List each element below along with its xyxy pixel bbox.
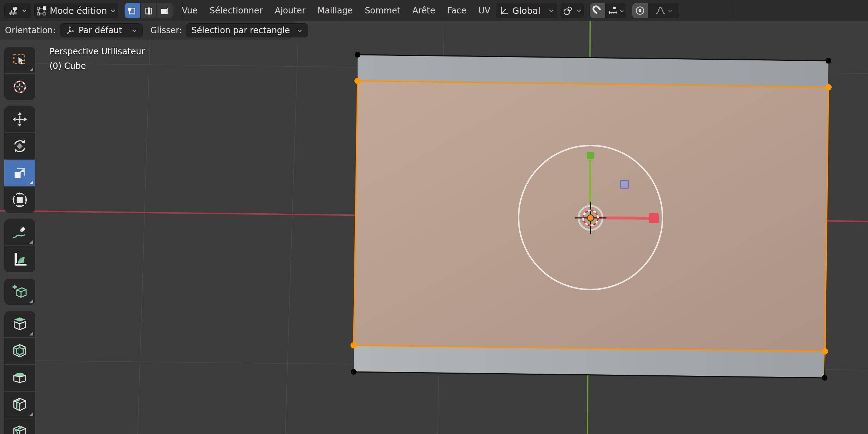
cube-vertex-unselected[interactable] — [826, 58, 831, 64]
chevron-down-icon — [668, 8, 673, 13]
chevron-down-icon — [110, 7, 116, 14]
submenu-indicator — [29, 412, 33, 416]
drag-label: Glisser: — [150, 25, 182, 35]
tool-loop-cut-button[interactable] — [4, 392, 35, 418]
gizmo-blue-handle[interactable] — [621, 180, 628, 188]
annotate-icon — [11, 224, 28, 241]
cube-vertex-unselected[interactable] — [822, 375, 827, 381]
select-mode-edge-button[interactable] — [141, 3, 156, 18]
transform-orientation-dropdown[interactable]: Global — [496, 3, 557, 18]
cube-vertex-selected[interactable] — [822, 348, 828, 355]
select-box-icon — [11, 52, 28, 69]
viewport-overlay-text: Perspective Utilisateur (0) Cube — [49, 47, 145, 71]
proportional-editing-icon — [635, 5, 645, 16]
tool-settings-bar: Orientation: Par défaut Glisser: Sélecti… — [0, 21, 294, 40]
select-mode-vertex-button[interactable] — [125, 3, 140, 18]
tool-annotate-button[interactable] — [4, 219, 35, 245]
header-menubar: Vue Sélectionner Ajouter Maillage Sommet… — [176, 0, 496, 21]
tool-inset-faces-button[interactable] — [4, 338, 35, 364]
select-mode-group — [125, 3, 173, 18]
tool-scale-button[interactable] — [4, 160, 35, 186]
transform-axes-icon — [65, 25, 75, 35]
submenu-indicator — [29, 180, 33, 184]
bevel-icon — [11, 369, 28, 386]
3d-viewport-editor-icon — [8, 5, 19, 16]
tool-add-cube-button[interactable] — [4, 279, 35, 305]
header-separator — [734, 2, 734, 19]
mode-dropdown-label: Mode édition — [50, 6, 107, 16]
snap-increment-icon — [608, 6, 618, 16]
menu-uv[interactable]: UV — [472, 0, 496, 21]
drag-orientation-dropdown[interactable]: Par défaut — [60, 23, 143, 37]
drag-action-value: Sélection par rectangle — [191, 25, 290, 35]
menu-vue[interactable]: Vue — [176, 0, 204, 21]
extrude-region-icon — [11, 316, 28, 333]
loop-cut-icon — [11, 396, 28, 413]
snap-toggle-button[interactable] — [589, 3, 606, 18]
menu-arete[interactable]: Arête — [406, 0, 441, 21]
proportional-editing-toggle[interactable] — [632, 3, 648, 18]
submenu-indicator — [29, 240, 33, 244]
origin-point[interactable] — [587, 215, 594, 221]
header-separator — [587, 2, 587, 19]
drag-action-dropdown[interactable]: Sélection par rectangle — [186, 23, 308, 37]
cube-side-edge — [825, 351, 825, 378]
menu-ajouter[interactable]: Ajouter — [269, 0, 311, 21]
submenu-indicator — [29, 332, 33, 335]
cube-vertex-selected[interactable] — [351, 342, 357, 349]
tool-extrude-region-button[interactable] — [4, 311, 35, 337]
tool-measure-button[interactable] — [4, 246, 35, 272]
chevron-down-icon — [548, 7, 555, 14]
mode-dropdown[interactable]: Mode édition — [34, 3, 118, 18]
chevron-down-icon — [297, 28, 303, 34]
gizmo-green-handle[interactable] — [587, 152, 594, 159]
knife-icon — [11, 423, 28, 434]
cube-vertex-unselected[interactable] — [351, 369, 357, 375]
magnet-icon — [592, 5, 603, 16]
pivot-point-dropdown[interactable] — [561, 3, 584, 18]
transform-icon — [11, 191, 28, 208]
cube-vertex-unselected[interactable] — [355, 52, 360, 58]
view-name-label: Perspective Utilisateur — [49, 47, 145, 57]
submenu-indicator — [29, 67, 33, 71]
tool-knife-button[interactable] — [4, 418, 35, 434]
3d-cursor-icon — [11, 78, 28, 95]
proportional-falloff-dropdown[interactable] — [648, 3, 679, 18]
tool-bevel-button[interactable] — [4, 365, 35, 391]
move-icon — [11, 111, 28, 128]
edit-mode-icon — [36, 5, 47, 16]
scale-icon — [11, 165, 28, 182]
chevron-down-icon — [22, 8, 27, 13]
chevron-down-icon — [619, 8, 624, 13]
edge-select-icon — [143, 5, 154, 16]
tool-3d-cursor-button[interactable] — [4, 74, 35, 100]
tool-select-box-button[interactable] — [4, 47, 35, 73]
submenu-indicator — [29, 299, 33, 303]
chevron-down-icon — [576, 8, 582, 13]
tool-move-button[interactable] — [4, 106, 35, 132]
viewport-header: Mode édition Vue Sélectionner — [0, 0, 868, 21]
orientation-label: Orientation: — [5, 25, 56, 35]
snap-with-dropdown[interactable] — [606, 3, 626, 18]
chevron-down-icon — [131, 28, 137, 34]
menu-sommet[interactable]: Sommet — [359, 0, 406, 21]
editor-type-dropdown[interactable] — [4, 3, 31, 18]
drag-orientation-value: Par défaut — [79, 25, 122, 35]
transform-orientation-label: Global — [512, 6, 540, 16]
vertex-select-icon — [127, 5, 138, 16]
pivot-point-icon — [563, 5, 573, 16]
cube-vertex-selected[interactable] — [825, 84, 832, 90]
tool-transform-button[interactable] — [4, 187, 35, 213]
rotate-icon — [11, 138, 28, 155]
active-object-label: (0) Cube — [49, 61, 145, 71]
inset-faces-icon — [11, 343, 28, 359]
smooth-falloff-icon — [655, 5, 666, 16]
select-mode-face-button[interactable] — [157, 3, 173, 18]
menu-selectionner[interactable]: Sélectionner — [204, 0, 269, 21]
menu-maillage[interactable]: Maillage — [311, 0, 359, 21]
add-cube-icon — [11, 283, 28, 300]
tool-rotate-button[interactable] — [4, 133, 35, 159]
cube-vertex-selected[interactable] — [354, 78, 361, 84]
menu-face[interactable]: Face — [441, 0, 472, 21]
gizmo-red-handle[interactable] — [649, 213, 659, 223]
